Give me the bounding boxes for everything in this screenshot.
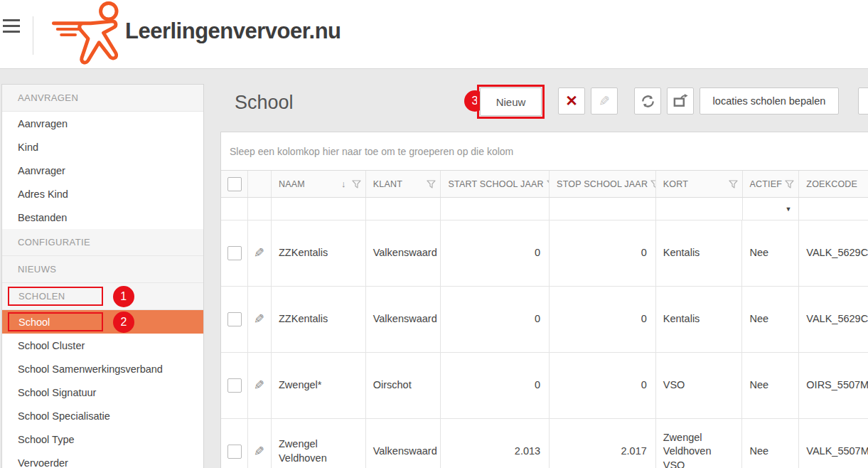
pencil-edit-icon[interactable]: ✎	[254, 312, 264, 327]
sidebar-item-vervoerder[interactable]: Vervoerder	[2, 451, 203, 468]
partial-toolbar-button[interactable]	[858, 87, 868, 115]
cell-naam: Zwengel Veldhoven	[272, 419, 366, 468]
cell-stop: 2.017	[550, 419, 656, 468]
column-header-start[interactable]: START SCHOOL JAAR	[441, 171, 550, 197]
filter-cell-zoekcode[interactable]	[799, 198, 868, 220]
row-checkbox[interactable]	[227, 445, 242, 459]
row-edit-cell: ✎	[248, 220, 272, 286]
export-button[interactable]	[667, 87, 694, 115]
cell-stop: 0	[550, 287, 656, 352]
annotation-badge-2: 2	[113, 312, 134, 333]
sidebar-section-scholen: SCHOLEN1	[2, 283, 203, 310]
funnel-filter-icon[interactable]	[650, 180, 656, 188]
brand-logo-figure-icon	[50, 1, 127, 71]
cell-naam: ZZKentalis	[272, 287, 366, 352]
row-checkbox-cell	[221, 353, 248, 418]
app-header: Leerlingenvervoer.nu	[0, 0, 868, 69]
sidebar-item-bestanden[interactable]: Bestanden	[2, 206, 203, 229]
school-grid: Sleep een kolomkop hier naar toe om te g…	[220, 132, 868, 468]
filter-cell-klant[interactable]	[366, 198, 441, 220]
cell-stop: 0	[550, 353, 656, 418]
grid-group-panel[interactable]: Sleep een kolomkop hier naar toe om te g…	[221, 132, 868, 171]
sidebar-item-school-type[interactable]: School Type	[2, 427, 203, 451]
sidebar-item-school-cluster[interactable]: School Cluster	[2, 334, 203, 357]
pencil-edit-icon[interactable]: ✎	[254, 378, 264, 393]
column-header-actief[interactable]: ACTIEF	[743, 171, 800, 197]
funnel-filter-icon[interactable]	[729, 180, 738, 188]
sidebar-label: CONFIGURATIE	[18, 237, 90, 248]
export-window-icon	[673, 93, 689, 110]
sidebar-label: AANVRAGEN	[18, 92, 78, 103]
refresh-button[interactable]	[634, 87, 661, 115]
filter-cell-naam[interactable]	[272, 198, 366, 220]
cell-klant: Valkenswaard	[366, 419, 441, 468]
row-edit-cell: ✎	[248, 353, 272, 418]
delete-button[interactable]: ✕	[558, 87, 585, 115]
cell-klant: Valkenswaard	[366, 287, 441, 352]
pencil-edit-icon[interactable]: ✎	[254, 245, 264, 261]
column-header-klant[interactable]: KLANT	[366, 171, 441, 197]
sidebar-item-aanvragen[interactable]: Aanvragen	[2, 112, 203, 135]
sidebar-item-school-signatuur[interactable]: School Signatuur	[2, 381, 203, 404]
edit-button[interactable]: ✎	[591, 87, 618, 115]
annotation-badge-1: 1	[113, 286, 134, 307]
funnel-filter-icon[interactable]	[352, 180, 361, 188]
filter-cell-start[interactable]	[441, 198, 550, 220]
sidebar-label: Aanvragen	[18, 118, 68, 129]
sidebar-section-nieuws: NIEUWS	[2, 256, 203, 283]
select-all-cell	[221, 171, 248, 197]
select-all-checkbox[interactable]	[227, 177, 242, 191]
annotation-box-1: SCHOLEN	[8, 287, 103, 306]
cell-kort: VSO	[656, 353, 743, 418]
column-header-kort[interactable]: KORT	[656, 171, 743, 197]
cell-zoekcode: OIRS_5507MD	[799, 353, 868, 418]
filter-row-spacer	[248, 198, 272, 220]
page-title: School	[235, 92, 294, 114]
sidebar-section-configuratie: CONFIGURATIE	[2, 229, 203, 256]
pencil-edit-icon[interactable]: ✎	[254, 444, 264, 459]
column-label: ACTIEF	[750, 179, 783, 189]
column-header-naam[interactable]: NAAM↓	[272, 171, 366, 197]
grid-filter-row: ▼	[221, 198, 868, 220]
cell-naam: ZZKentalis	[272, 220, 366, 286]
filter-cell-kort[interactable]	[656, 198, 743, 220]
cell-actief: Nee	[742, 353, 799, 418]
annotation-box-2: School	[8, 312, 103, 331]
sidebar-item-school-specialisatie[interactable]: School Specialisatie	[2, 404, 203, 427]
cell-klant: Oirschot	[366, 353, 441, 418]
sidebar-item-school[interactable]: School2	[2, 310, 203, 334]
grid-header-row: NAAM↓KLANTSTART SCHOOL JAARSTOP SCHOOL J…	[221, 171, 868, 198]
row-checkbox[interactable]	[227, 246, 242, 260]
row-checkbox[interactable]	[227, 378, 242, 393]
table-row: ✎ZZKentalisValkenswaard00KentalisNeeVALK…	[221, 287, 868, 353]
sidebar-item-kind[interactable]: Kind	[2, 135, 203, 159]
cell-actief: Nee	[742, 419, 799, 468]
filter-cell-actief[interactable]: ▼	[743, 198, 800, 220]
column-label: START SCHOOL JAAR	[448, 179, 543, 189]
cell-actief: Nee	[742, 220, 799, 286]
table-row: ✎Zwengel*Oirschot00VSONeeOIRS_5507MD	[221, 353, 868, 419]
column-header-zoekcode[interactable]: ZOEKCODE	[799, 171, 868, 197]
sidebar-item-aanvrager[interactable]: Aanvrager	[2, 159, 203, 182]
column-label: ZOEKCODE	[806, 179, 857, 189]
column-header-stop[interactable]: STOP SCHOOL JAAR	[550, 171, 656, 197]
sidebar-item-school-samenwerkingsverband[interactable]: School Samenwerkingsverband	[2, 357, 203, 381]
sidebar-label: Bestanden	[18, 212, 67, 223]
chevron-down-icon[interactable]: ▼	[785, 206, 791, 213]
filter-cell-stop[interactable]	[550, 198, 656, 220]
new-button[interactable]: Nieuw	[480, 87, 542, 116]
sidebar-item-adres-kind[interactable]: Adres Kind	[2, 182, 203, 206]
sidebar-label: School Samenwerkingsverband	[18, 363, 163, 375]
sidebar-label: School Signatuur	[18, 387, 96, 398]
funnel-filter-icon[interactable]	[427, 180, 436, 188]
row-checkbox-cell	[221, 419, 248, 468]
locaties-scholen-bepalen-button[interactable]: locaties scholen bepalen	[700, 87, 839, 115]
cell-zoekcode: VALK_5629CH	[799, 220, 868, 286]
hamburger-menu-icon[interactable]	[3, 19, 20, 34]
column-label: NAAM	[279, 179, 305, 189]
funnel-filter-icon[interactable]	[785, 180, 794, 188]
sidebar-label: School Cluster	[18, 340, 85, 351]
refresh-icon	[640, 93, 656, 110]
row-checkbox[interactable]	[227, 312, 242, 326]
row-checkbox-cell	[221, 287, 248, 352]
